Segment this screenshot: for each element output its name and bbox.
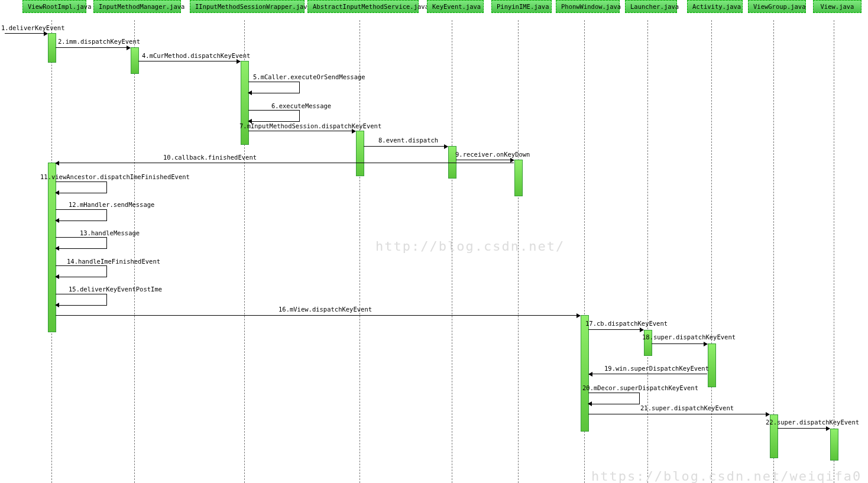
watermark-text: https://blog.csdn.net/weiqifa0	[591, 469, 861, 483]
participant-keyevent: KeyEvent.java	[427, 0, 484, 13]
activation-bar	[708, 343, 716, 387]
msg-label: 11.viewAncestor.dispatchImeFinishedEvent	[40, 173, 190, 180]
msg-label: 19.win.superDispatchKeyEvent	[604, 365, 709, 372]
arrow	[364, 146, 448, 147]
sequence-diagram: ViewRootImpl.java InputMethodManager.jav…	[0, 0, 868, 483]
msg-label: 12.mHandler.sendMessage	[69, 201, 154, 208]
lifeline	[134, 20, 135, 483]
participant-activity: Activity.java	[687, 0, 743, 13]
participant-pinyinime: PinyinIME.java	[491, 0, 552, 13]
msg-label: 16.mView.dispatchKeyEvent	[278, 306, 372, 313]
lifeline	[773, 20, 774, 483]
msg-label: 6.executeMessage	[271, 102, 331, 109]
arrow	[138, 61, 240, 61]
activation-bar	[830, 429, 838, 461]
arrow	[652, 343, 707, 344]
msg-label: 1.deliverKeyEvent	[1, 24, 64, 31]
self-arrow	[56, 209, 107, 221]
watermark-text: http://blog.csdn.net/	[375, 239, 565, 254]
msg-label: 9.receiver.onKeyDown	[455, 151, 530, 158]
activation-bar	[514, 160, 523, 196]
arrow	[248, 131, 355, 131]
arrow	[778, 428, 830, 429]
activation-bar	[131, 47, 139, 74]
msg-label: 4.mCurMethod.dispatchKeyEvent	[142, 52, 250, 59]
participant-abstractinputmethodservice: AbstractInputMethodService.java	[307, 0, 419, 13]
arrow	[588, 414, 769, 414]
msg-label: 14.handleImeFinishedEvent	[67, 258, 160, 265]
lifeline	[359, 20, 360, 483]
participant-launcher: Launcher.java	[625, 0, 677, 13]
msg-label: 22.super.dispatchKeyEvent	[766, 419, 859, 426]
msg-label: 15.deliverKeyEventPostIme	[69, 286, 162, 293]
self-arrow	[588, 393, 640, 404]
msg-label: 10.callback.finishedEvent	[163, 154, 257, 161]
participant-phonwwindow: PhonwWindow.java	[556, 0, 620, 13]
arrow	[56, 163, 514, 163]
activation-bar	[356, 131, 364, 176]
arrow	[56, 315, 580, 316]
arrow	[588, 329, 643, 330]
participant-view: View.java	[813, 0, 861, 13]
participant-inputmethodmanager: InputMethodManager.java	[93, 0, 181, 13]
activation-bar	[48, 33, 56, 63]
arrow	[589, 374, 707, 374]
msg-label: 8.event.dispatch	[378, 137, 438, 144]
participant-viewgroup: ViewGroup.java	[748, 0, 806, 13]
participant-viewrootimpl: ViewRootImpl.java	[22, 0, 86, 13]
activation-bar	[241, 61, 249, 145]
msg-label: 20.mDecor.superDispatchKeyEvent	[582, 384, 698, 391]
self-arrow	[56, 294, 107, 306]
self-arrow	[248, 82, 300, 93]
lifeline	[834, 20, 834, 483]
msg-label: 18.super.dispatchKeyEvent	[642, 333, 736, 341]
participant-iinputmethodsessionwrapper: IInputMethodSessionWrapper.java	[190, 0, 305, 13]
self-arrow	[248, 110, 300, 122]
msg-label: 13.handleMessage	[80, 229, 140, 236]
msg-label: 17.cb.dispatchKeyEvent	[585, 320, 668, 327]
self-arrow	[56, 265, 107, 277]
self-arrow	[56, 237, 107, 249]
arrow	[56, 47, 130, 48]
msg-label: 21.super.dispatchKeyEvent	[640, 404, 734, 411]
arrow	[5, 33, 47, 34]
msg-label: 5.mCaller.executeOrSendMessage	[253, 73, 365, 80]
arrow	[456, 160, 514, 160]
self-arrow	[56, 181, 107, 193]
msg-label: 2.imm.dispatchKeyEvent	[58, 38, 140, 45]
activation-bar	[581, 315, 589, 432]
msg-label: 7.mInputMethodSession.dispatchKeyEvent	[239, 122, 381, 129]
